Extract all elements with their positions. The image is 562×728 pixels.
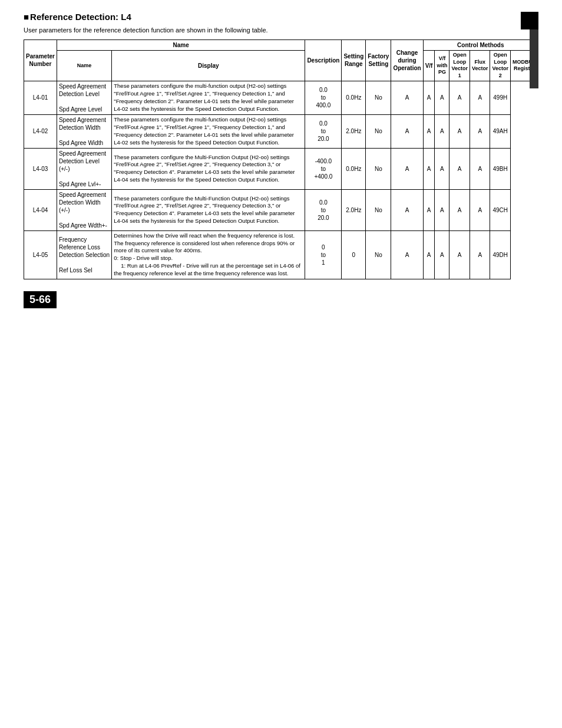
param-description: These parameters configure the Multi-Fun…: [112, 148, 305, 189]
param-description: These parameters configure the multi-fun…: [112, 114, 305, 148]
control-method-vf: A: [391, 114, 423, 148]
control-method-vf: A: [391, 81, 423, 114]
modbus-register: 49BH: [490, 148, 511, 189]
control-method-flux-vector: A: [449, 148, 470, 189]
col-header-flux-vector: FluxVector: [470, 51, 490, 81]
param-description: Determines how the Drive will react when…: [112, 230, 305, 279]
param-number: L4-02: [24, 114, 57, 148]
col-header-vf-with-pg: V/fwithPG: [435, 51, 449, 81]
setting-range: -400.0to+400.0: [305, 148, 342, 189]
table-row: L4-04Speed Agreement Detection Width (+/…: [24, 189, 538, 230]
control-method-vf-with-pg: A: [423, 81, 435, 114]
control-method-vf-with-pg: A: [423, 230, 435, 279]
param-description: These parameters configure the multi-fun…: [112, 81, 305, 114]
col-header-factory-setting: FactorySetting: [366, 40, 391, 81]
col-header-param-number: ParameterNumber: [24, 40, 57, 81]
control-method-open-loop-vector-1: A: [435, 81, 449, 114]
control-method-vf: A: [391, 148, 423, 189]
col-header-change-during-operation: ChangeduringOperation: [391, 40, 423, 81]
param-name: Speed Agreement Detection LevelSpd Agree…: [57, 81, 111, 114]
param-name: Frequency Reference Loss Detection Selec…: [57, 230, 111, 279]
change-during-operation: No: [366, 148, 391, 189]
parameters-table: ParameterNumber Name Description Setting…: [24, 39, 538, 279]
control-method-vf-with-pg: A: [423, 189, 435, 230]
control-method-open-loop-vector-2: A: [470, 189, 490, 230]
modbus-register: 49CH: [490, 189, 511, 230]
col-header-open-loop-vector-2: OpenLoopVector2: [490, 51, 511, 81]
param-name: Speed Agreement Detection Level (+/-)Spd…: [57, 148, 111, 189]
param-name: Speed Agreement Detection WidthSpd Agree…: [57, 114, 111, 148]
col-header-vf: V/f: [423, 51, 435, 81]
factory-setting: 0.0Hz: [342, 148, 366, 189]
control-method-open-loop-vector-1: A: [435, 114, 449, 148]
control-method-vf: A: [391, 230, 423, 279]
col-header-open-loop-vector-1: OpenLoopVector1: [449, 51, 470, 81]
table-row: L4-03Speed Agreement Detection Level (+/…: [24, 148, 538, 189]
control-method-flux-vector: A: [449, 189, 470, 230]
col-header-display: Display: [112, 51, 305, 81]
param-number: L4-01: [24, 81, 57, 114]
table-row: L4-05Frequency Reference Loss Detection …: [24, 230, 538, 279]
modbus-register: 49DH: [490, 230, 511, 279]
control-method-vf-with-pg: A: [423, 114, 435, 148]
modbus-register: 49AH: [490, 114, 511, 148]
change-during-operation: No: [366, 189, 391, 230]
intro-text: User parameters for the reference detect…: [24, 27, 538, 34]
change-during-operation: No: [366, 114, 391, 148]
col-header-name-label: Name: [57, 51, 111, 81]
setting-range: 0.0to400.0: [305, 81, 342, 114]
param-number: L4-05: [24, 230, 57, 279]
table-row: L4-02Speed Agreement Detection WidthSpd …: [24, 114, 538, 148]
control-method-vf: A: [391, 189, 423, 230]
setting-range: 0.0to20.0: [305, 189, 342, 230]
setting-range: 0.0to20.0: [305, 114, 342, 148]
table-row: L4-01Speed Agreement Detection LevelSpd …: [24, 81, 538, 114]
control-method-vf-with-pg: A: [423, 148, 435, 189]
control-method-open-loop-vector-2: A: [470, 81, 490, 114]
setting-range: 0to1: [305, 230, 342, 279]
param-number: L4-04: [24, 189, 57, 230]
col-header-name: Name: [57, 40, 305, 51]
col-header-control-methods: Control Methods: [423, 40, 538, 51]
control-method-open-loop-vector-1: A: [435, 189, 449, 230]
control-method-open-loop-vector-2: A: [470, 114, 490, 148]
factory-setting: 0: [342, 230, 366, 279]
control-method-flux-vector: A: [449, 114, 470, 148]
col-header-setting-range: SettingRange: [342, 40, 366, 81]
factory-setting: 0.0Hz: [342, 81, 366, 114]
modbus-register: 499H: [490, 81, 511, 114]
control-method-open-loop-vector-2: A: [470, 230, 490, 279]
col-header-description: Description: [305, 40, 342, 81]
control-method-open-loop-vector-1: A: [435, 230, 449, 279]
param-description: These parameters configure the Multi-Fun…: [112, 189, 305, 230]
param-number: L4-03: [24, 148, 57, 189]
control-method-flux-vector: A: [449, 81, 470, 114]
change-during-operation: No: [366, 81, 391, 114]
section-title: Reference Detection: L4: [24, 12, 538, 22]
control-method-open-loop-vector-2: A: [470, 148, 490, 189]
control-method-open-loop-vector-1: A: [435, 148, 449, 189]
factory-setting: 2.0Hz: [342, 114, 366, 148]
factory-setting: 2.0Hz: [342, 189, 366, 230]
page-number: 5-66: [24, 291, 57, 308]
param-name: Speed Agreement Detection Width (+/-)Spd…: [57, 189, 111, 230]
change-during-operation: No: [366, 230, 391, 279]
control-method-flux-vector: A: [449, 230, 470, 279]
